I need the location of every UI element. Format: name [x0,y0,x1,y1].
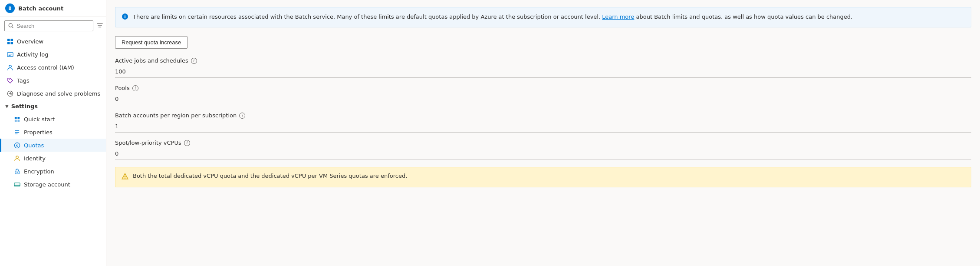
sidebar-item-diagnose[interactable]: Diagnose and solve problems [0,87,106,100]
main-content: There are limits on certain resources as… [106,0,980,266]
activity-log-icon [7,51,13,58]
properties-label: Properties [24,129,53,136]
info-text-after: about Batch limits and quotas, as well a… [634,13,852,20]
field-spot-vcpus: Spot/low-priority vCPUs i 0 [115,140,971,160]
svg-point-9 [9,65,11,67]
search-wrapper [0,17,106,35]
sidebar-item-tags[interactable]: Tags [0,74,106,87]
sidebar-item-activity-log[interactable]: Activity log [0,48,106,61]
properties-icon [13,129,20,136]
settings-chevron-icon: ▼ [5,104,9,109]
svg-rect-24 [14,183,20,186]
batch-account-icon: B [5,3,15,13]
sidebar-item-properties[interactable]: Properties [0,126,106,139]
settings-group-label: Settings [11,103,38,110]
access-control-icon [7,64,13,71]
info-banner: There are limits on certain resources as… [115,7,971,27]
active-jobs-info-icon[interactable]: i [191,58,197,64]
svg-point-20 [16,143,17,144]
svg-point-10 [9,79,10,80]
pools-info-icon[interactable]: i [132,85,138,91]
svg-point-21 [16,156,18,158]
sidebar-item-encryption[interactable]: Encryption [0,165,106,178]
svg-rect-12 [14,116,16,119]
tags-icon [7,77,13,84]
field-pools: Pools i 0 [115,85,971,105]
batch-accounts-info-icon[interactable]: i [239,113,245,119]
sidebar-item-identity[interactable]: Identity [0,152,106,165]
sidebar-item-overview[interactable]: Overview [0,35,106,48]
search-input[interactable] [16,23,89,29]
svg-rect-4 [7,42,10,44]
search-icon [8,23,14,29]
svg-line-1 [12,27,13,28]
request-quota-increase-button[interactable]: Request quota increase [115,36,187,49]
pools-label: Pools i [115,85,971,91]
field-batch-accounts-region: Batch accounts per region per subscripti… [115,112,971,133]
spot-vcpus-info-icon[interactable]: i [184,140,190,146]
diagnose-label: Diagnose and solve problems [17,90,100,97]
info-banner-icon [122,13,128,22]
info-banner-text: There are limits on certain resources as… [133,13,852,21]
svg-rect-2 [7,38,10,41]
active-jobs-value: 100 [115,66,971,78]
quotas-icon [13,142,20,149]
svg-rect-28 [125,16,125,18]
search-box-container [4,20,93,31]
warning-icon [122,173,128,182]
field-active-jobs: Active jobs and schedules i 100 [115,57,971,78]
batch-accounts-region-label: Batch accounts per region per subscripti… [115,112,971,119]
svg-rect-6 [7,52,13,56]
svg-point-31 [125,178,125,179]
svg-point-29 [125,15,125,16]
spot-vcpus-label: Spot/low-priority vCPUs i [115,140,971,146]
batch-accounts-region-value: 1 [115,120,971,133]
activity-log-label: Activity log [17,51,49,58]
sidebar-item-quick-start[interactable]: Quick start [0,113,106,126]
sidebar-item-storage-account[interactable]: Storage account [0,178,106,191]
tags-label: Tags [17,77,30,84]
filter-button[interactable] [95,20,105,31]
overview-label: Overview [17,38,43,45]
svg-point-23 [16,172,17,173]
sidebar-toolbar [95,20,106,31]
identity-icon [13,155,20,162]
quick-start-label: Quick start [24,116,55,123]
storage-account-label: Storage account [24,181,70,188]
sidebar-item-quotas[interactable]: Quotas [0,139,106,152]
sidebar-item-access-control[interactable]: Access control (IAM) [0,61,106,74]
sidebar-header: B Batch account [0,0,106,17]
svg-rect-14 [14,120,16,122]
svg-rect-30 [125,176,125,177]
svg-rect-13 [17,116,20,119]
sidebar: B Batch account [0,0,106,266]
filter-icon [97,22,103,28]
active-jobs-label: Active jobs and schedules i [115,57,971,64]
info-text-before: There are limits on certain resources as… [133,13,602,20]
warning-text: Both the total dedicated vCPU quota and … [133,173,407,179]
access-control-label: Access control (IAM) [17,64,74,71]
diagnose-icon [7,90,13,97]
warning-banner: Both the total dedicated vCPU quota and … [115,167,971,187]
encryption-label: Encryption [24,168,54,175]
sidebar-nav: Overview Activity log Access control [0,35,106,266]
storage-icon [13,181,20,188]
sidebar-title: Batch account [18,5,63,12]
svg-rect-15 [17,120,20,122]
svg-rect-3 [10,38,13,41]
pools-value: 0 [115,93,971,105]
quick-start-icon [13,116,20,123]
quotas-label: Quotas [24,142,44,149]
overview-icon [7,38,13,45]
learn-more-link[interactable]: Learn more [602,13,634,20]
spot-vcpus-value: 0 [115,148,971,160]
settings-group-header[interactable]: ▼ Settings [0,100,106,113]
svg-rect-5 [10,42,13,44]
identity-label: Identity [24,155,46,162]
quotas-content: Request quota increase Active jobs and s… [106,36,980,196]
encryption-icon [13,168,20,175]
